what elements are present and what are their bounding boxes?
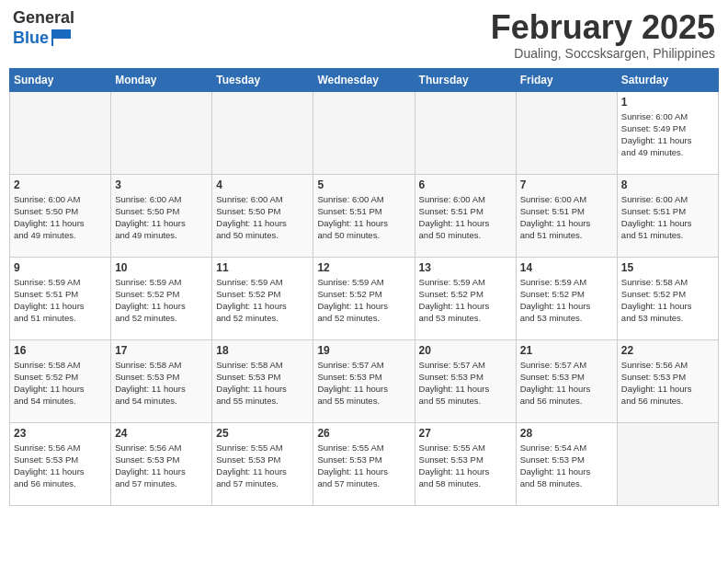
calendar-table: SundayMondayTuesdayWednesdayThursdayFrid… bbox=[9, 68, 719, 506]
day-number: 6 bbox=[419, 178, 512, 191]
weekday-header-row: SundayMondayTuesdayWednesdayThursdayFrid… bbox=[10, 68, 719, 91]
day-cell-4: 4Sunrise: 6:00 AM Sunset: 5:50 PM Daylig… bbox=[212, 174, 313, 257]
day-number: 23 bbox=[14, 427, 107, 440]
day-cell-13: 13Sunrise: 5:59 AM Sunset: 5:52 PM Dayli… bbox=[415, 257, 516, 339]
empty-cell bbox=[415, 91, 516, 174]
day-number: 11 bbox=[216, 261, 309, 274]
weekday-header-sunday: Sunday bbox=[10, 68, 111, 91]
day-info: Sunrise: 5:55 AM Sunset: 5:53 PM Dayligh… bbox=[216, 442, 309, 490]
weekday-header-tuesday: Tuesday bbox=[212, 68, 313, 91]
day-number: 27 bbox=[419, 427, 512, 440]
day-number: 18 bbox=[216, 344, 309, 357]
day-number: 4 bbox=[216, 178, 309, 191]
day-number: 19 bbox=[317, 344, 410, 357]
weekday-header-friday: Friday bbox=[516, 68, 617, 91]
day-number: 13 bbox=[419, 261, 512, 274]
day-info: Sunrise: 5:59 AM Sunset: 5:52 PM Dayligh… bbox=[115, 276, 208, 325]
day-info: Sunrise: 5:56 AM Sunset: 5:53 PM Dayligh… bbox=[14, 442, 107, 490]
empty-cell bbox=[111, 91, 212, 174]
day-number: 21 bbox=[520, 344, 613, 357]
day-info: Sunrise: 5:59 AM Sunset: 5:52 PM Dayligh… bbox=[216, 276, 309, 325]
logo: General Blue bbox=[13, 9, 74, 48]
calendar-week-5: 23Sunrise: 5:56 AM Sunset: 5:53 PM Dayli… bbox=[10, 422, 719, 505]
day-info: Sunrise: 5:57 AM Sunset: 5:53 PM Dayligh… bbox=[419, 359, 512, 408]
day-cell-17: 17Sunrise: 5:58 AM Sunset: 5:53 PM Dayli… bbox=[111, 339, 212, 422]
day-number: 1 bbox=[621, 96, 714, 109]
day-cell-5: 5Sunrise: 6:00 AM Sunset: 5:51 PM Daylig… bbox=[313, 174, 415, 257]
logo-general: General bbox=[13, 9, 74, 28]
day-info: Sunrise: 6:00 AM Sunset: 5:50 PM Dayligh… bbox=[14, 193, 107, 242]
day-number: 5 bbox=[317, 178, 410, 191]
weekday-header-monday: Monday bbox=[111, 68, 212, 91]
empty-cell bbox=[212, 91, 313, 174]
day-info: Sunrise: 5:58 AM Sunset: 5:52 PM Dayligh… bbox=[14, 359, 107, 408]
day-number: 14 bbox=[520, 261, 613, 274]
day-info: Sunrise: 6:00 AM Sunset: 5:51 PM Dayligh… bbox=[621, 193, 714, 242]
day-cell-2: 2Sunrise: 6:00 AM Sunset: 5:50 PM Daylig… bbox=[10, 174, 111, 257]
empty-cell bbox=[617, 422, 718, 505]
day-cell-3: 3Sunrise: 6:00 AM Sunset: 5:50 PM Daylig… bbox=[111, 174, 212, 257]
day-number: 22 bbox=[621, 344, 714, 357]
day-number: 24 bbox=[115, 427, 208, 440]
calendar-week-4: 16Sunrise: 5:58 AM Sunset: 5:52 PM Dayli… bbox=[10, 339, 719, 422]
day-cell-21: 21Sunrise: 5:57 AM Sunset: 5:53 PM Dayli… bbox=[516, 339, 617, 422]
day-info: Sunrise: 6:00 AM Sunset: 5:51 PM Dayligh… bbox=[419, 193, 512, 242]
day-cell-19: 19Sunrise: 5:57 AM Sunset: 5:53 PM Dayli… bbox=[313, 339, 415, 422]
empty-cell bbox=[10, 91, 111, 174]
day-cell-22: 22Sunrise: 5:56 AM Sunset: 5:53 PM Dayli… bbox=[617, 339, 718, 422]
day-cell-7: 7Sunrise: 6:00 AM Sunset: 5:51 PM Daylig… bbox=[516, 174, 617, 257]
day-cell-15: 15Sunrise: 5:58 AM Sunset: 5:52 PM Dayli… bbox=[617, 257, 718, 339]
day-info: Sunrise: 5:57 AM Sunset: 5:53 PM Dayligh… bbox=[520, 359, 613, 408]
calendar-week-2: 2Sunrise: 6:00 AM Sunset: 5:50 PM Daylig… bbox=[10, 174, 719, 257]
day-info: Sunrise: 5:56 AM Sunset: 5:53 PM Dayligh… bbox=[621, 359, 714, 408]
day-cell-25: 25Sunrise: 5:55 AM Sunset: 5:53 PM Dayli… bbox=[212, 422, 313, 505]
day-info: Sunrise: 5:57 AM Sunset: 5:53 PM Dayligh… bbox=[317, 359, 410, 408]
day-info: Sunrise: 6:00 AM Sunset: 5:49 PM Dayligh… bbox=[621, 110, 714, 159]
day-number: 25 bbox=[216, 427, 309, 440]
day-info: Sunrise: 5:55 AM Sunset: 5:53 PM Dayligh… bbox=[317, 442, 410, 490]
day-info: Sunrise: 6:00 AM Sunset: 5:51 PM Dayligh… bbox=[317, 193, 410, 242]
day-number: 26 bbox=[317, 427, 410, 440]
day-info: Sunrise: 5:56 AM Sunset: 5:53 PM Dayligh… bbox=[115, 442, 208, 490]
day-cell-8: 8Sunrise: 6:00 AM Sunset: 5:51 PM Daylig… bbox=[617, 174, 718, 257]
day-cell-18: 18Sunrise: 5:58 AM Sunset: 5:53 PM Dayli… bbox=[212, 339, 313, 422]
day-number: 12 bbox=[317, 261, 410, 274]
logo-flag-icon bbox=[51, 28, 74, 48]
day-number: 20 bbox=[419, 344, 512, 357]
day-number: 28 bbox=[520, 427, 613, 440]
month-title: February 2025 bbox=[491, 9, 715, 46]
day-info: Sunrise: 5:58 AM Sunset: 5:53 PM Dayligh… bbox=[216, 359, 309, 408]
day-info: Sunrise: 5:54 AM Sunset: 5:53 PM Dayligh… bbox=[520, 442, 613, 490]
empty-cell bbox=[313, 91, 415, 174]
day-number: 16 bbox=[14, 344, 107, 357]
day-info: Sunrise: 5:59 AM Sunset: 5:51 PM Dayligh… bbox=[14, 276, 107, 325]
day-number: 3 bbox=[115, 178, 208, 191]
page-header: General Blue February 2025 Dualing, Socc… bbox=[9, 9, 719, 61]
empty-cell bbox=[516, 91, 617, 174]
day-cell-9: 9Sunrise: 5:59 AM Sunset: 5:51 PM Daylig… bbox=[10, 257, 111, 339]
day-number: 17 bbox=[115, 344, 208, 357]
day-cell-23: 23Sunrise: 5:56 AM Sunset: 5:53 PM Dayli… bbox=[10, 422, 111, 505]
day-number: 8 bbox=[621, 178, 714, 191]
day-number: 15 bbox=[621, 261, 714, 274]
weekday-header-thursday: Thursday bbox=[415, 68, 516, 91]
weekday-header-wednesday: Wednesday bbox=[313, 68, 415, 91]
calendar-week-1: 1Sunrise: 6:00 AM Sunset: 5:49 PM Daylig… bbox=[10, 91, 719, 174]
day-number: 7 bbox=[520, 178, 613, 191]
day-cell-10: 10Sunrise: 5:59 AM Sunset: 5:52 PM Dayli… bbox=[111, 257, 212, 339]
day-info: Sunrise: 5:59 AM Sunset: 5:52 PM Dayligh… bbox=[419, 276, 512, 325]
title-block: February 2025 Dualing, Soccsksargen, Phi… bbox=[491, 9, 715, 61]
day-cell-1: 1Sunrise: 6:00 AM Sunset: 5:49 PM Daylig… bbox=[617, 91, 718, 174]
location: Dualing, Soccsksargen, Philippines bbox=[491, 46, 715, 61]
day-info: Sunrise: 5:59 AM Sunset: 5:52 PM Dayligh… bbox=[520, 276, 613, 325]
logo-blue: Blue bbox=[13, 29, 49, 46]
day-cell-24: 24Sunrise: 5:56 AM Sunset: 5:53 PM Dayli… bbox=[111, 422, 212, 505]
day-cell-20: 20Sunrise: 5:57 AM Sunset: 5:53 PM Dayli… bbox=[415, 339, 516, 422]
day-info: Sunrise: 5:58 AM Sunset: 5:52 PM Dayligh… bbox=[621, 276, 714, 325]
day-info: Sunrise: 6:00 AM Sunset: 5:50 PM Dayligh… bbox=[115, 193, 208, 242]
day-number: 2 bbox=[14, 178, 107, 191]
day-info: Sunrise: 6:00 AM Sunset: 5:50 PM Dayligh… bbox=[216, 193, 309, 242]
day-cell-28: 28Sunrise: 5:54 AM Sunset: 5:53 PM Dayli… bbox=[516, 422, 617, 505]
day-info: Sunrise: 5:59 AM Sunset: 5:52 PM Dayligh… bbox=[317, 276, 410, 325]
day-number: 10 bbox=[115, 261, 208, 274]
